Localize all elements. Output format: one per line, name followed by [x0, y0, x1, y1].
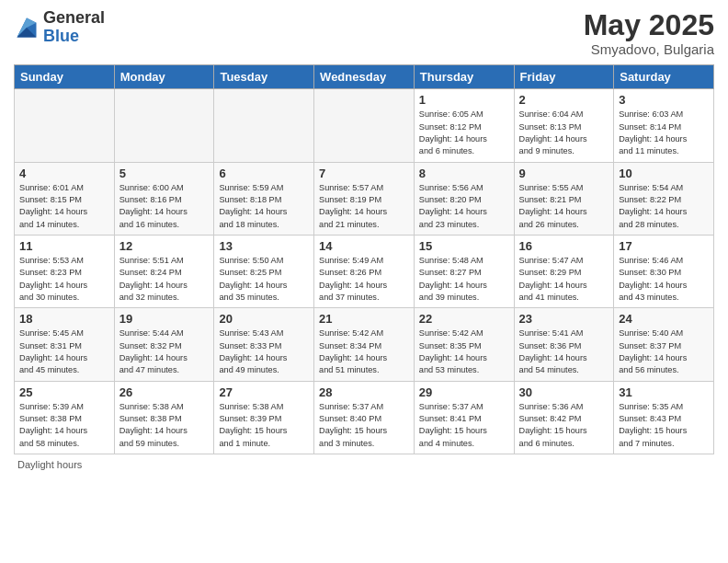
header: General Blue May 2025 Smyadovo, Bulgaria: [14, 9, 714, 57]
week-row-2: 4Sunrise: 6:01 AMSunset: 8:15 PMDaylight…: [15, 162, 714, 235]
day-info: Sunrise: 5:55 AMSunset: 8:21 PMDaylight:…: [519, 182, 609, 231]
col-header-thursday: Thursday: [414, 65, 514, 89]
logo-text-block: General Blue: [43, 9, 105, 46]
col-header-saturday: Saturday: [614, 65, 714, 89]
day-number: 1: [419, 93, 509, 107]
day-info: Sunrise: 5:53 AMSunset: 8:23 PMDaylight:…: [19, 255, 109, 304]
day-number: 22: [419, 312, 509, 326]
day-cell: 7Sunrise: 5:57 AMSunset: 8:19 PMDaylight…: [314, 162, 415, 235]
day-cell: 29Sunrise: 5:37 AMSunset: 8:41 PMDayligh…: [414, 381, 514, 454]
day-cell: 16Sunrise: 5:47 AMSunset: 8:29 PMDayligh…: [514, 235, 614, 307]
day-cell: [214, 89, 314, 162]
day-number: 31: [619, 385, 709, 399]
day-cell: 17Sunrise: 5:46 AMSunset: 8:30 PMDayligh…: [614, 235, 714, 307]
day-info: Sunrise: 5:46 AMSunset: 8:30 PMDaylight:…: [619, 255, 709, 304]
logo: General Blue: [14, 9, 105, 46]
week-row-1: 1Sunrise: 6:05 AMSunset: 8:12 PMDaylight…: [15, 89, 714, 162]
day-info: Sunrise: 5:59 AMSunset: 8:18 PMDaylight:…: [219, 182, 309, 231]
logo-icon: [14, 15, 40, 40]
day-info: Sunrise: 5:38 AMSunset: 8:39 PMDaylight:…: [219, 401, 309, 450]
day-info: Sunrise: 5:39 AMSunset: 8:38 PMDaylight:…: [19, 401, 109, 450]
day-info: Sunrise: 5:43 AMSunset: 8:33 PMDaylight:…: [219, 327, 309, 376]
day-info: Sunrise: 5:56 AMSunset: 8:20 PMDaylight:…: [419, 182, 509, 231]
day-info: Sunrise: 5:47 AMSunset: 8:29 PMDaylight:…: [519, 255, 609, 304]
day-info: Sunrise: 6:05 AMSunset: 8:12 PMDaylight:…: [419, 109, 509, 157]
location-subtitle: Smyadovo, Bulgaria: [584, 41, 714, 57]
day-cell: 25Sunrise: 5:39 AMSunset: 8:38 PMDayligh…: [15, 381, 115, 454]
col-header-sunday: Sunday: [15, 65, 115, 89]
day-number: 18: [19, 312, 109, 326]
day-cell: 9Sunrise: 5:55 AMSunset: 8:21 PMDaylight…: [514, 162, 614, 235]
day-number: 4: [19, 167, 109, 180]
col-header-friday: Friday: [514, 65, 614, 89]
day-info: Sunrise: 5:40 AMSunset: 8:37 PMDaylight:…: [619, 327, 709, 376]
day-cell: 12Sunrise: 5:51 AMSunset: 8:24 PMDayligh…: [114, 235, 214, 307]
day-cell: 8Sunrise: 5:56 AMSunset: 8:20 PMDaylight…: [414, 162, 514, 235]
day-number: 14: [319, 239, 409, 253]
day-cell: 28Sunrise: 5:37 AMSunset: 8:40 PMDayligh…: [314, 381, 415, 454]
day-cell: [314, 89, 415, 162]
day-cell: 14Sunrise: 5:49 AMSunset: 8:26 PMDayligh…: [314, 235, 415, 307]
day-info: Sunrise: 5:57 AMSunset: 8:19 PMDaylight:…: [319, 182, 409, 231]
main-container: General Blue May 2025 Smyadovo, Bulgaria…: [0, 0, 728, 479]
header-row: SundayMondayTuesdayWednesdayThursdayFrid…: [15, 65, 714, 89]
day-number: 19: [119, 312, 210, 326]
day-info: Sunrise: 5:48 AMSunset: 8:27 PMDaylight:…: [419, 255, 509, 304]
title-block: May 2025 Smyadovo, Bulgaria: [584, 9, 714, 57]
day-cell: 24Sunrise: 5:40 AMSunset: 8:37 PMDayligh…: [614, 308, 714, 381]
day-number: 15: [419, 239, 509, 253]
day-info: Sunrise: 5:41 AMSunset: 8:36 PMDaylight:…: [519, 327, 609, 376]
day-number: 11: [19, 239, 109, 253]
col-header-tuesday: Tuesday: [214, 65, 314, 89]
day-cell: 31Sunrise: 5:35 AMSunset: 8:43 PMDayligh…: [614, 381, 714, 454]
day-info: Sunrise: 5:42 AMSunset: 8:34 PMDaylight:…: [319, 327, 409, 376]
day-number: 17: [619, 239, 709, 253]
week-row-5: 25Sunrise: 5:39 AMSunset: 8:38 PMDayligh…: [15, 381, 714, 454]
day-cell: 3Sunrise: 6:03 AMSunset: 8:14 PMDaylight…: [614, 89, 714, 162]
day-info: Sunrise: 5:49 AMSunset: 8:26 PMDaylight:…: [319, 255, 409, 304]
day-info: Sunrise: 5:37 AMSunset: 8:40 PMDaylight:…: [319, 401, 409, 450]
day-info: Sunrise: 5:45 AMSunset: 8:31 PMDaylight:…: [19, 327, 109, 376]
day-cell: 23Sunrise: 5:41 AMSunset: 8:36 PMDayligh…: [514, 308, 614, 381]
day-number: 28: [319, 385, 409, 399]
day-cell: 11Sunrise: 5:53 AMSunset: 8:23 PMDayligh…: [15, 235, 115, 307]
day-number: 29: [419, 385, 509, 399]
day-cell: 26Sunrise: 5:38 AMSunset: 8:38 PMDayligh…: [114, 381, 214, 454]
day-info: Sunrise: 5:44 AMSunset: 8:32 PMDaylight:…: [119, 327, 210, 376]
day-cell: 1Sunrise: 6:05 AMSunset: 8:12 PMDaylight…: [414, 89, 514, 162]
day-cell: 4Sunrise: 6:01 AMSunset: 8:15 PMDaylight…: [15, 162, 115, 235]
day-cell: 6Sunrise: 5:59 AMSunset: 8:18 PMDaylight…: [214, 162, 314, 235]
logo-general: General: [43, 8, 105, 27]
day-cell: 18Sunrise: 5:45 AMSunset: 8:31 PMDayligh…: [15, 308, 115, 381]
day-number: 21: [319, 312, 409, 326]
day-info: Sunrise: 5:38 AMSunset: 8:38 PMDaylight:…: [119, 401, 210, 450]
footer-label: Daylight hours: [14, 459, 714, 470]
day-cell: 5Sunrise: 6:00 AMSunset: 8:16 PMDaylight…: [114, 162, 214, 235]
day-cell: 22Sunrise: 5:42 AMSunset: 8:35 PMDayligh…: [414, 308, 514, 381]
day-number: 3: [619, 93, 709, 107]
day-number: 8: [419, 167, 509, 180]
day-number: 24: [619, 312, 709, 326]
day-info: Sunrise: 6:04 AMSunset: 8:13 PMDaylight:…: [519, 109, 609, 157]
day-info: Sunrise: 5:51 AMSunset: 8:24 PMDaylight:…: [119, 255, 210, 304]
day-info: Sunrise: 5:54 AMSunset: 8:22 PMDaylight:…: [619, 182, 709, 231]
day-cell: [114, 89, 214, 162]
logo-blue: Blue: [43, 27, 79, 45]
calendar-table: SundayMondayTuesdayWednesdayThursdayFrid…: [14, 64, 714, 454]
day-info: Sunrise: 5:50 AMSunset: 8:25 PMDaylight:…: [219, 255, 309, 304]
day-number: 7: [319, 167, 409, 180]
day-number: 9: [519, 167, 609, 180]
day-cell: 2Sunrise: 6:04 AMSunset: 8:13 PMDaylight…: [514, 89, 614, 162]
day-cell: 27Sunrise: 5:38 AMSunset: 8:39 PMDayligh…: [214, 381, 314, 454]
col-header-monday: Monday: [114, 65, 214, 89]
day-number: 12: [119, 239, 210, 253]
day-info: Sunrise: 5:42 AMSunset: 8:35 PMDaylight:…: [419, 327, 509, 376]
day-info: Sunrise: 6:00 AMSunset: 8:16 PMDaylight:…: [119, 182, 210, 231]
week-row-3: 11Sunrise: 5:53 AMSunset: 8:23 PMDayligh…: [15, 235, 714, 307]
day-info: Sunrise: 5:37 AMSunset: 8:41 PMDaylight:…: [419, 401, 509, 450]
day-number: 10: [619, 167, 709, 180]
day-number: 26: [119, 385, 210, 399]
day-number: 6: [219, 167, 309, 180]
day-number: 25: [19, 385, 109, 399]
day-info: Sunrise: 5:35 AMSunset: 8:43 PMDaylight:…: [619, 401, 709, 450]
